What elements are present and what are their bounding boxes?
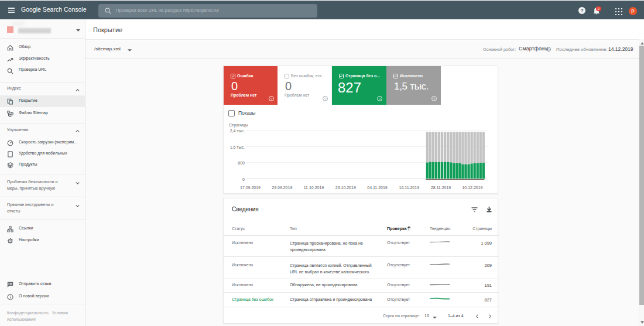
svg-text:1,6 тыс.: 1,6 тыс. bbox=[230, 145, 245, 149]
svg-text:16.11.2019: 16.11.2019 bbox=[399, 186, 420, 190]
svg-text:28.11.2019: 28.11.2019 bbox=[431, 186, 451, 190]
svg-text:10.12.2019: 10.12.2019 bbox=[462, 186, 482, 190]
svg-text:17.09.2019: 17.09.2019 bbox=[240, 186, 261, 190]
svg-text:Страницы: Страницы bbox=[229, 123, 248, 128]
svg-text:800: 800 bbox=[238, 161, 245, 165]
svg-text:11.10.2019: 11.10.2019 bbox=[304, 186, 324, 190]
svg-text:04.11.2019: 04.11.2019 bbox=[367, 186, 388, 190]
svg-text:0: 0 bbox=[242, 177, 245, 181]
svg-text:2,4 тыс.: 2,4 тыс. bbox=[230, 129, 245, 133]
svg-text:23.10.2019: 23.10.2019 bbox=[335, 186, 356, 190]
svg-text:29.09.2019: 29.09.2019 bbox=[272, 186, 292, 190]
svg-text:?: ? bbox=[580, 8, 583, 13]
